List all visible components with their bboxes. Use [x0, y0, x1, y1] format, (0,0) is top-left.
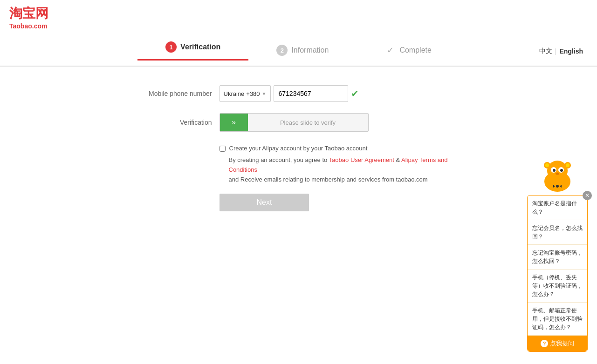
logo-main: 淘宝网 — [9, 5, 588, 22]
svg-point-10 — [556, 173, 559, 175]
step-2-label: Information — [291, 46, 329, 54]
language-selector: 中文 | English — [539, 47, 583, 55]
ampersand: & — [396, 156, 401, 163]
slider-handle[interactable]: » — [220, 114, 248, 131]
help-close-button[interactable]: ✕ — [583, 191, 592, 200]
mobile-phone-label: Mobile phone number — [145, 90, 220, 97]
step-3-label: Complete — [399, 46, 431, 54]
mascot — [527, 156, 588, 193]
svg-point-8 — [553, 169, 556, 172]
checkbox-area: Create your Alipay account by your Taoba… — [145, 145, 453, 184]
help-item-1[interactable]: 忘记会员名，怎么找回？ — [528, 220, 587, 221]
terms-text: By creating an account, you agree to Tao… — [220, 155, 453, 184]
step-information[interactable]: 2 Information — [248, 45, 357, 56]
terms-line2: and Receive emails relating to membershi… — [229, 176, 428, 183]
svg-point-5 — [566, 163, 570, 167]
alipay-checkbox[interactable] — [220, 146, 226, 152]
logo: 淘宝网 Taobao.com — [9, 5, 588, 30]
verification-label: Verification — [145, 119, 220, 126]
help-item-0[interactable]: 淘宝账户名是指什么？ — [528, 195, 587, 220]
slider-arrows-icon: » — [232, 118, 236, 127]
country-selector[interactable]: Ukraine +380 ▼ — [220, 85, 271, 102]
svg-point-4 — [545, 163, 549, 167]
help-bubble: ✕ 淘宝账户名是指什么？ 忘记会员名，怎么找回？ 忘记淘宝账号密码，怎么找回？ … — [527, 195, 588, 221]
verification-control: » Please slide to verify — [220, 113, 369, 132]
step-complete[interactable]: ✓ Complete — [357, 45, 459, 56]
logo-sub: Taobao.com — [9, 22, 588, 30]
main-content: Mobile phone number Ukraine +380 ▼ ✔ Ver… — [0, 67, 597, 221]
mobile-phone-row: Mobile phone number Ukraine +380 ▼ ✔ — [145, 85, 453, 102]
button-area: Next — [145, 194, 453, 211]
lang-cn[interactable]: 中文 — [539, 47, 552, 55]
phone-valid-icon: ✔ — [351, 88, 359, 99]
verification-row: Verification » Please slide to verify — [145, 113, 453, 132]
country-code: +380 — [246, 90, 260, 97]
svg-point-1 — [547, 161, 568, 181]
step-verification[interactable]: 1 Verification — [137, 41, 248, 61]
country-name: Ukraine — [224, 90, 245, 97]
lang-en[interactable]: English — [559, 47, 583, 55]
chevron-down-icon: ▼ — [262, 91, 267, 96]
header: 淘宝网 Taobao.com — [0, 0, 597, 32]
phone-number-input[interactable] — [274, 85, 348, 102]
step-check-icon: ✓ — [384, 45, 396, 56]
step-nav-inner: 1 Verification 2 Information ✓ Complete … — [0, 37, 597, 66]
step-2-number: 2 — [276, 45, 288, 56]
taobao-agreement-link[interactable]: Taobao User Agreement — [329, 156, 394, 163]
slider-container[interactable]: » Please slide to verify — [220, 113, 369, 132]
next-button[interactable]: Next — [220, 194, 309, 211]
step-1-label: Verification — [180, 43, 220, 51]
alipay-checkbox-row: Create your Alipay account by your Taoba… — [220, 145, 453, 152]
svg-point-13 — [556, 185, 559, 188]
step-1-number: 1 — [165, 41, 177, 53]
step-navigation: 1 Verification 2 Information ✓ Complete … — [0, 37, 597, 67]
alipay-checkbox-label: Create your Alipay account by your Taoba… — [229, 145, 368, 152]
slider-text: Please slide to verify — [248, 119, 368, 126]
svg-point-9 — [560, 169, 563, 172]
terms-line1: By creating an account, you agree to — [229, 156, 328, 163]
help-popup: ✕ 淘宝账户名是指什么？ 忘记会员名，怎么找回？ 忘记淘宝账号密码，怎么找回？ … — [527, 156, 588, 221]
lang-sep: | — [555, 47, 557, 55]
phone-form-control: Ukraine +380 ▼ ✔ — [220, 85, 359, 102]
form-area: Mobile phone number Ukraine +380 ▼ ✔ Ver… — [136, 85, 462, 211]
mascot-svg — [541, 156, 574, 193]
